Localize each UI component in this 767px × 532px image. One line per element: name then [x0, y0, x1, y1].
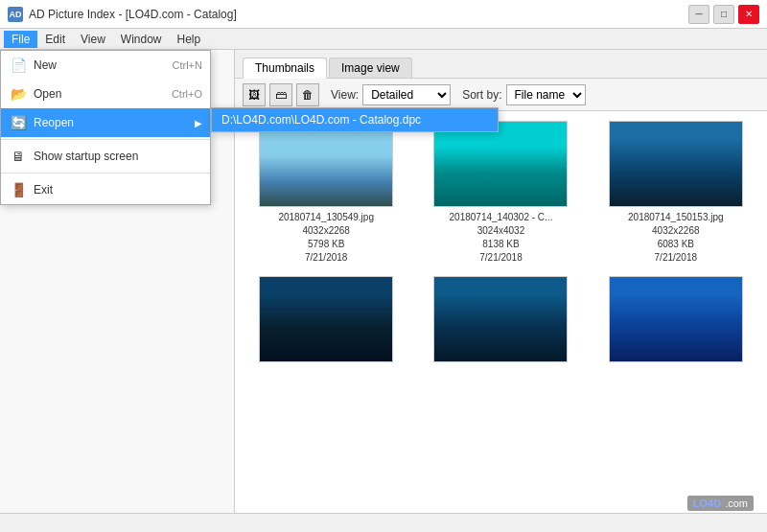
- thumb-dimensions-0: 4032x2268: [278, 224, 374, 238]
- thumb-dimensions-1: 3024x4032: [450, 224, 553, 238]
- open-shortcut: Ctrl+O: [172, 88, 202, 100]
- thumb-info-0: 20180714_130549.jpg 4032x2268 5798 KB 7/…: [278, 211, 374, 265]
- thumb-date-0: 7/21/2018: [278, 251, 374, 265]
- window-title-left: AD AD Picture Index - [LO4D.com - Catalo…: [8, 7, 237, 22]
- new-icon: 📄: [9, 56, 28, 75]
- toolbar-btn-1[interactable]: 🖼: [243, 83, 266, 106]
- menu-view[interactable]: View: [73, 31, 113, 48]
- thumb-size-0: 5798 KB: [278, 238, 374, 251]
- thumb-info-2: 20180714_150153.jpg 4032x2268 6083 KB 7/…: [628, 211, 724, 265]
- menu-separator-1: [1, 139, 210, 140]
- thumb-size-1: 8138 KB: [450, 238, 553, 251]
- new-label: New: [34, 58, 57, 72]
- thumb-filename-2: 20180714_150153.jpg: [628, 211, 724, 224]
- watermark: LO4D .com: [687, 496, 754, 511]
- title-bar: AD AD Picture Index - [LO4D.com - Catalo…: [0, 0, 767, 29]
- menu-item-reopen[interactable]: 🔄 Reopen ▶ D:\LO4D.com\LO4D.com - Catalo…: [1, 108, 210, 137]
- app-icon: AD: [8, 7, 23, 22]
- thumb-item-3[interactable]: [244, 276, 407, 366]
- window-controls: ─ □ ✕: [688, 5, 759, 24]
- toolbar-icon-3: 🗑: [302, 88, 314, 102]
- thumb-item-1[interactable]: 20180714_140302 - C... 3024x4032 8138 KB…: [419, 121, 582, 265]
- content-toolbar: 🖼 🗃 🗑 View: Detailed Small icons Icons L…: [235, 79, 767, 111]
- minimize-button[interactable]: ─: [688, 5, 709, 24]
- reopen-submenu: D:\LO4D.com\LO4D.com - Catalog.dpc: [211, 107, 499, 132]
- menu-item-exit[interactable]: 🚪 Exit: [1, 175, 210, 204]
- tab-thumbnails-label: Thumbnails: [255, 61, 314, 75]
- sort-select[interactable]: File name Date Size Type: [506, 84, 586, 105]
- thumb-image-1: [433, 121, 568, 207]
- thumb-image-0: [259, 121, 393, 207]
- toolbar-icon-2: 🗃: [275, 88, 287, 102]
- window-title: AD Picture Index - [LO4D.com - Catalog]: [29, 8, 237, 21]
- menu-item-open[interactable]: 📂 Open Ctrl+O: [1, 80, 210, 108]
- open-icon: 📂: [9, 84, 28, 104]
- submenu-catalog-path: D:\LO4D.com\LO4D.com - Catalog.dpc: [221, 113, 421, 127]
- maximize-button[interactable]: □: [713, 5, 734, 24]
- startup-label: Show startup screen: [34, 150, 138, 163]
- thumb-date-2: 7/21/2018: [628, 251, 724, 265]
- reopen-icon: 🔄: [9, 113, 28, 132]
- close-button[interactable]: ✕: [738, 5, 759, 24]
- tab-imageview-label: Image view: [341, 61, 400, 75]
- sort-label: Sort by:: [462, 88, 501, 102]
- thumb-image-3: [259, 276, 393, 362]
- toolbar-icon-1: 🖼: [248, 88, 260, 102]
- view-select[interactable]: Detailed Small icons Icons List: [362, 84, 451, 105]
- tabs-bar: Thumbnails Image view: [235, 50, 767, 79]
- view-label: View:: [331, 88, 359, 102]
- exit-icon: 🚪: [9, 180, 28, 199]
- toolbar-btn-2[interactable]: 🗃: [269, 83, 292, 106]
- tab-imageview[interactable]: Image view: [329, 58, 412, 78]
- tab-thumbnails[interactable]: Thumbnails: [243, 58, 327, 79]
- menu-window[interactable]: Window: [113, 31, 170, 48]
- exit-label: Exit: [34, 183, 53, 197]
- menu-help[interactable]: Help: [170, 31, 209, 48]
- thumb-item-0[interactable]: 20180714_130549.jpg 4032x2268 5798 KB 7/…: [244, 121, 407, 265]
- menu-item-new[interactable]: 📄 New Ctrl+N: [1, 51, 210, 80]
- reopen-label: Reopen: [34, 116, 74, 129]
- thumb-size-2: 6083 KB: [628, 238, 724, 251]
- toolbar-btn-3[interactable]: 🗑: [296, 83, 319, 106]
- thumb-date-1: 7/21/2018: [450, 251, 553, 265]
- file-dropdown-menu: 📄 New Ctrl+N 📂 Open Ctrl+O 🔄 Reopen ▶ D:…: [0, 50, 211, 205]
- thumb-image-4: [433, 276, 568, 362]
- menu-bar: File Edit View Window Help: [0, 29, 767, 50]
- thumbnails-grid: 20180714_130549.jpg 4032x2268 5798 KB 7/…: [235, 111, 767, 513]
- open-label: Open: [34, 87, 61, 101]
- thumb-info-1: 20180714_140302 - C... 3024x4032 8138 KB…: [450, 211, 553, 265]
- thumb-item-4[interactable]: [419, 276, 582, 366]
- submenu-item-catalog[interactable]: D:\LO4D.com\LO4D.com - Catalog.dpc: [212, 108, 498, 131]
- thumb-dimensions-2: 4032x2268: [628, 224, 724, 238]
- status-bar: [0, 513, 767, 532]
- thumb-image-5: [609, 276, 743, 362]
- menu-item-startup[interactable]: 🖥 Show startup screen: [1, 142, 210, 171]
- thumb-item-5[interactable]: [594, 276, 757, 366]
- watermark-dot: .com: [725, 497, 748, 509]
- thumb-filename-1: 20180714_140302 - C...: [450, 211, 553, 224]
- new-shortcut: Ctrl+N: [173, 59, 202, 71]
- reopen-arrow: ▶: [195, 118, 202, 128]
- menu-separator-2: [1, 173, 210, 173]
- menu-file[interactable]: File: [4, 31, 37, 48]
- menu-edit[interactable]: Edit: [37, 31, 73, 48]
- startup-icon: 🖥: [9, 147, 28, 166]
- thumb-item-2[interactable]: 20180714_150153.jpg 4032x2268 6083 KB 7/…: [594, 121, 757, 265]
- watermark-logo: LO4D: [693, 497, 721, 509]
- thumb-filename-0: 20180714_130549.jpg: [278, 211, 374, 224]
- thumb-image-2: [609, 121, 743, 207]
